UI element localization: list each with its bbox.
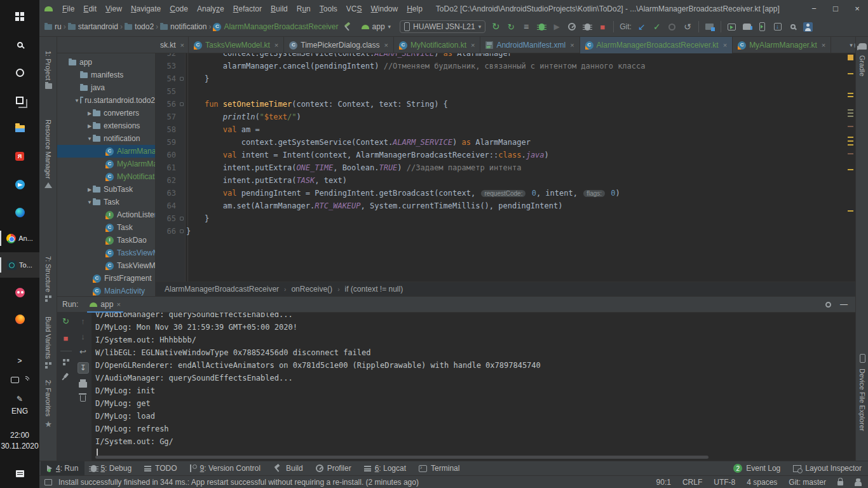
menu-run[interactable]: Run bbox=[292, 4, 315, 13]
gear-icon[interactable] bbox=[825, 302, 831, 308]
tree-item-SubTask[interactable]: ▶SubTask bbox=[57, 183, 155, 196]
menu-navigate[interactable]: Navigate bbox=[126, 4, 165, 13]
sdk-manager-button[interactable] bbox=[770, 20, 785, 34]
firefox-button[interactable] bbox=[0, 306, 39, 332]
chrome-button[interactable]: An... bbox=[0, 226, 39, 251]
apply-code-changes-button[interactable]: ≡ bbox=[519, 20, 534, 34]
menu-refactor[interactable]: Refactor bbox=[229, 4, 266, 13]
breadcrumb-ru[interactable]: ru bbox=[44, 22, 62, 31]
toolwindow-button-logcat[interactable]: 6: Logcat bbox=[358, 461, 412, 476]
tree-item-extensions[interactable]: ▶extensions bbox=[57, 119, 155, 132]
soft-wrap-button[interactable]: ↩ bbox=[79, 347, 86, 356]
close-icon[interactable]: × bbox=[384, 41, 388, 49]
tree-item-ActionListener[interactable]: ActionListener bbox=[57, 208, 155, 221]
tree-item-ru-startandroid-todo2[interactable]: ▼ru.startandroid.todo2 bbox=[57, 94, 155, 107]
print-button[interactable] bbox=[79, 382, 87, 388]
tool-button-resource-manager[interactable]: Resource Manager bbox=[39, 119, 57, 188]
tree-item-notification[interactable]: ▼notification bbox=[57, 132, 155, 145]
tree-item-MyAlarmManage[interactable]: MyAlarmManage bbox=[57, 158, 155, 170]
tree-item-FirstFragment[interactable]: FirstFragment bbox=[57, 272, 155, 285]
console-output[interactable]: V/AudioManager: querySoundEffectsEnabled… bbox=[95, 313, 853, 456]
maximize-button[interactable]: □ bbox=[825, 4, 846, 13]
clear-console-button[interactable] bbox=[80, 395, 86, 402]
breadcrumb-todo2[interactable]: todo2 bbox=[125, 22, 154, 31]
pink-app-button[interactable] bbox=[0, 280, 39, 305]
profiler-button[interactable] bbox=[564, 20, 580, 34]
avd-manager-button[interactable] bbox=[755, 20, 770, 34]
fold-marker-icon[interactable] bbox=[180, 77, 184, 81]
close-icon[interactable]: × bbox=[275, 41, 278, 49]
editor-tab-TasksViewModel-kt[interactable]: TasksViewModel.kt× bbox=[189, 37, 284, 53]
fold-marker-icon[interactable] bbox=[180, 102, 184, 106]
close-icon[interactable]: × bbox=[570, 41, 574, 49]
toolwindow-button-event-log[interactable]: 2Event Log bbox=[727, 461, 787, 476]
editor-tab-TimePickerDialog-class[interactable]: TimePickerDialog.class× bbox=[284, 37, 394, 53]
build-hammer-button[interactable] bbox=[340, 20, 355, 34]
rerun-button[interactable]: ↻ bbox=[62, 316, 69, 326]
code-editor[interactable]: 525354555657585960616263646566 context.g… bbox=[156, 53, 855, 281]
editor-tab-MyNotification-kt[interactable]: MyNotification.kt× bbox=[394, 37, 480, 53]
fold-marker-icon[interactable] bbox=[180, 217, 184, 220]
yandex-browser-button[interactable]: Я bbox=[0, 144, 39, 169]
git-commit-button[interactable]: ✓ bbox=[649, 20, 665, 34]
close-icon[interactable]: × bbox=[116, 301, 120, 308]
close-button[interactable]: × bbox=[846, 4, 868, 13]
git-update-button[interactable]: ↙ bbox=[634, 20, 649, 34]
tool-button-build-variants[interactable]: Build Variants bbox=[39, 316, 57, 369]
device-manager-button[interactable] bbox=[724, 20, 740, 34]
edge-button[interactable] bbox=[0, 200, 39, 225]
android-studio-button[interactable]: To... bbox=[0, 252, 39, 278]
tool-button-structure[interactable]: 7: Structure bbox=[39, 256, 57, 302]
menu-code[interactable]: Code bbox=[165, 4, 193, 13]
tree-item-MainActivity[interactable]: MainActivity bbox=[57, 285, 155, 296]
action-center-button[interactable] bbox=[0, 461, 39, 486]
collapse-arrow-icon[interactable]: ▼ bbox=[74, 98, 80, 104]
tree-item-TasksViewModel[interactable]: TasksViewModel bbox=[57, 247, 155, 259]
line-separator[interactable]: CRLF bbox=[682, 478, 702, 487]
toolwindow-button-run[interactable]: 4: Run bbox=[41, 461, 85, 476]
editor-code-area[interactable]: context.getSystemService(Context.ALARM_S… bbox=[186, 53, 846, 281]
tool-button-project[interactable]: 1: Project bbox=[39, 51, 57, 89]
apply-changes-button[interactable]: ↻ bbox=[503, 20, 519, 34]
git-rollback-button[interactable]: ↺ bbox=[680, 20, 695, 34]
prev-occurrence-button[interactable]: ↑ bbox=[81, 316, 85, 326]
toolwindow-button-terminal[interactable]: Terminal bbox=[412, 461, 466, 476]
menu-tools[interactable]: Tools bbox=[315, 4, 342, 13]
tree-item-java[interactable]: java bbox=[57, 81, 155, 94]
scroll-to-end-button[interactable]: ↧ bbox=[78, 362, 89, 374]
menu-vcs[interactable]: VCS bbox=[342, 4, 367, 13]
stop-button[interactable]: ■ bbox=[595, 20, 610, 34]
fold-marker-icon[interactable] bbox=[180, 229, 184, 233]
editor-tab-MyAlarmManager-kt[interactable]: MyAlarmManager.kt× bbox=[733, 37, 831, 53]
tool-button-device-file-explorer[interactable]: Device File Explorer bbox=[856, 351, 868, 431]
telegram-button[interactable] bbox=[0, 172, 39, 197]
close-icon[interactable]: × bbox=[180, 41, 184, 49]
taskbar-cortana-button[interactable] bbox=[0, 60, 39, 85]
restore-layout-button[interactable] bbox=[63, 359, 69, 365]
tree-item-MyNotification[interactable]: MyNotification bbox=[57, 170, 155, 183]
git-history-button[interactable] bbox=[665, 20, 680, 34]
toolwindow-button-profiler[interactable]: Profiler bbox=[309, 461, 358, 476]
pin-tab-button[interactable] bbox=[63, 373, 68, 379]
minimize-button[interactable]: − bbox=[803, 4, 825, 13]
menu-build[interactable]: Build bbox=[266, 4, 292, 13]
hide-panel-button[interactable]: — bbox=[840, 300, 848, 309]
indent-setting[interactable]: 4 spaces bbox=[747, 478, 777, 487]
console-horizontal-scrollbar[interactable] bbox=[95, 456, 709, 459]
breadcrumb-notification[interactable]: notification bbox=[160, 22, 207, 31]
run-tab-app[interactable]: app × bbox=[85, 297, 125, 313]
tree-item-Task[interactable]: ▼Task bbox=[57, 196, 155, 208]
collapse-arrow-icon[interactable]: ▼ bbox=[86, 136, 93, 142]
toolwindow-button-version-control[interactable]: 9: Version Control bbox=[184, 461, 267, 476]
inspections-indicator[interactable] bbox=[848, 55, 853, 60]
run-button[interactable]: ↻ bbox=[488, 20, 503, 34]
taskbar-search-button[interactable] bbox=[0, 32, 39, 57]
profile-avatar-button[interactable] bbox=[801, 20, 816, 34]
tree-item-manifests[interactable]: manifests bbox=[57, 69, 155, 81]
toolwindow-toggle-icon[interactable] bbox=[44, 479, 52, 485]
close-icon[interactable]: × bbox=[822, 41, 825, 49]
tool-button-favorites[interactable]: 2: Favorites★ bbox=[39, 380, 57, 429]
lock-icon[interactable] bbox=[837, 481, 843, 485]
caret-position[interactable]: 90:1 bbox=[656, 478, 671, 487]
profile-button[interactable]: ▶ bbox=[549, 20, 564, 34]
